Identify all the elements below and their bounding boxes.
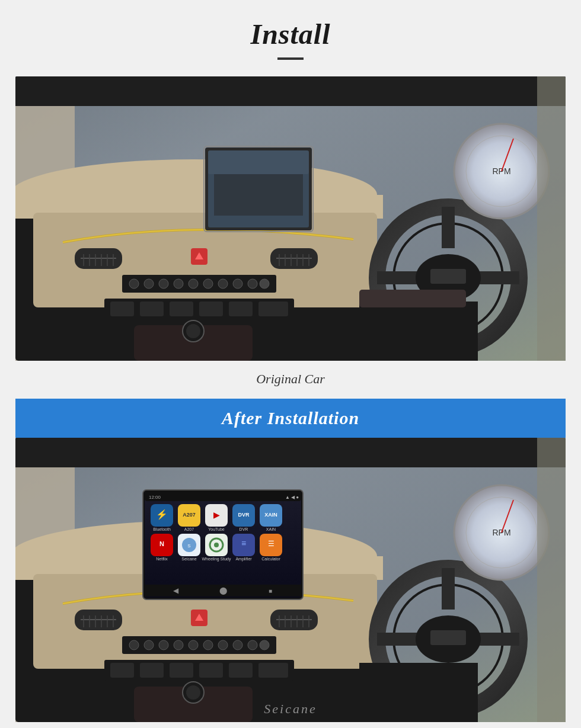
svg-rect-149 xyxy=(199,663,223,678)
svg-text:Calculator: Calculator xyxy=(261,557,280,561)
svg-rect-59 xyxy=(430,269,466,284)
page-container: Install xyxy=(0,0,581,728)
svg-text:▲ ◀ ●: ▲ ◀ ● xyxy=(285,495,299,500)
svg-point-143 xyxy=(248,640,257,650)
svg-point-40 xyxy=(248,279,257,288)
svg-point-140 xyxy=(203,640,213,650)
svg-point-139 xyxy=(189,640,198,650)
original-car-svg: RPM xyxy=(15,76,566,361)
svg-rect-168 xyxy=(359,663,478,722)
svg-text:S: S xyxy=(187,543,190,549)
svg-rect-167 xyxy=(537,438,566,722)
svg-text:XAIN: XAIN xyxy=(264,512,277,518)
svg-rect-45 xyxy=(170,302,193,316)
svg-text:Seicane: Seicane xyxy=(264,701,317,716)
svg-text:⚡: ⚡ xyxy=(156,509,168,520)
original-car-caption-text: Original Car xyxy=(256,371,325,386)
svg-rect-47 xyxy=(229,302,253,316)
svg-rect-69 xyxy=(15,438,566,467)
svg-rect-77 xyxy=(145,492,301,501)
svg-point-141 xyxy=(218,640,228,650)
after-installation-text: After Installation xyxy=(222,408,359,428)
svg-text:Amplifier: Amplifier xyxy=(235,557,252,562)
svg-rect-148 xyxy=(170,663,193,678)
svg-point-138 xyxy=(174,640,183,650)
svg-rect-10 xyxy=(208,150,309,174)
svg-point-32 xyxy=(129,279,139,288)
svg-text:XAIN: XAIN xyxy=(266,527,276,531)
svg-text:■: ■ xyxy=(269,588,272,594)
svg-text:A207: A207 xyxy=(184,527,194,531)
svg-point-33 xyxy=(144,279,154,288)
original-car-image-block: RPM xyxy=(15,76,566,363)
svg-text:YouTube: YouTube xyxy=(208,527,225,531)
svg-rect-43 xyxy=(110,302,134,316)
svg-text:▶: ▶ xyxy=(213,510,220,519)
svg-point-41 xyxy=(260,279,269,288)
svg-rect-151 xyxy=(258,663,288,678)
svg-rect-44 xyxy=(140,302,164,316)
svg-point-51 xyxy=(186,324,200,338)
svg-text:≡: ≡ xyxy=(241,538,246,548)
svg-rect-11 xyxy=(214,174,303,216)
original-car-wrapper: RPM Original Car After Installation xyxy=(15,76,566,724)
svg-text:DVR: DVR xyxy=(238,512,250,518)
svg-point-142 xyxy=(233,640,242,650)
svg-text:N: N xyxy=(159,540,164,547)
svg-point-37 xyxy=(203,279,213,288)
svg-rect-147 xyxy=(140,663,164,678)
after-installation-image-block: 12:00 ▲ ◀ ● ⚡ A207 ▶ DVR xyxy=(15,438,566,724)
svg-point-35 xyxy=(174,279,183,288)
svg-rect-146 xyxy=(110,663,134,678)
svg-text:A207: A207 xyxy=(183,512,196,518)
svg-point-36 xyxy=(189,279,198,288)
svg-point-38 xyxy=(218,279,228,288)
svg-text:◀: ◀ xyxy=(173,586,179,595)
svg-text:Wheeling Study: Wheeling Study xyxy=(202,557,231,562)
svg-rect-65 xyxy=(359,302,478,361)
svg-rect-66 xyxy=(359,290,466,307)
svg-rect-64 xyxy=(537,76,566,361)
svg-point-136 xyxy=(144,640,154,650)
original-car-caption: Original Car xyxy=(15,363,566,399)
svg-rect-150 xyxy=(229,663,253,678)
svg-text:Bluetooth: Bluetooth xyxy=(153,527,171,531)
svg-text:⬤: ⬤ xyxy=(219,586,227,595)
svg-point-135 xyxy=(129,640,139,650)
svg-rect-2 xyxy=(15,76,566,106)
svg-point-34 xyxy=(159,279,168,288)
svg-rect-162 xyxy=(430,630,466,645)
svg-text:Seicane: Seicane xyxy=(181,557,196,561)
svg-point-144 xyxy=(260,640,269,650)
svg-text:DVR: DVR xyxy=(240,527,248,531)
svg-point-137 xyxy=(159,640,168,650)
svg-text:12:00: 12:00 xyxy=(149,495,161,500)
svg-rect-46 xyxy=(199,302,223,316)
svg-point-39 xyxy=(233,279,242,288)
svg-rect-48 xyxy=(258,302,288,316)
svg-point-102 xyxy=(214,543,219,547)
after-car-svg: 12:00 ▲ ◀ ● ⚡ A207 ▶ DVR xyxy=(15,438,566,722)
svg-point-154 xyxy=(186,685,200,700)
svg-text:☰: ☰ xyxy=(268,540,274,548)
svg-text:Netflix: Netflix xyxy=(156,557,168,561)
after-installation-banner: After Installation xyxy=(15,399,566,438)
title-divider xyxy=(277,57,304,60)
page-title: Install xyxy=(250,18,330,50)
